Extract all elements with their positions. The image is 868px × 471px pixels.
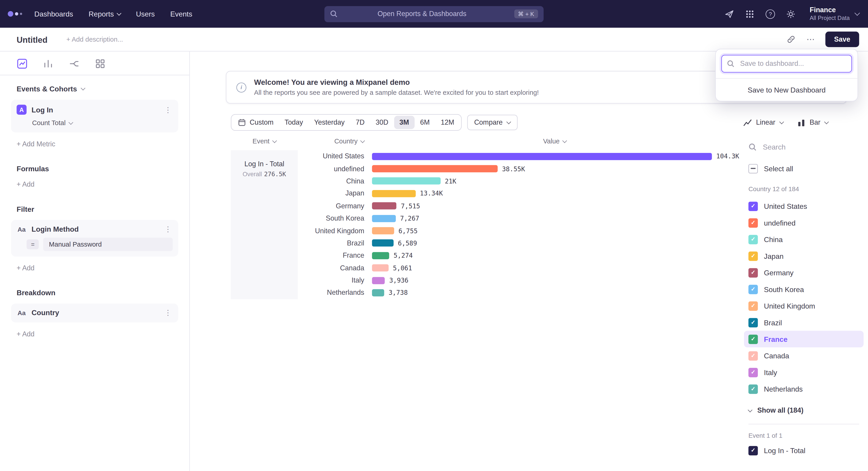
checkbox[interactable]: ✓ xyxy=(748,301,758,311)
add-filter-button[interactable]: + Add xyxy=(17,264,173,272)
metric-aggregation[interactable]: Count Total xyxy=(32,119,173,127)
range-3m-selected[interactable]: 3M xyxy=(394,116,414,129)
copy-link-icon[interactable] xyxy=(785,34,797,45)
filter-row-label: Italy xyxy=(764,368,777,377)
save-to-new-dashboard-option[interactable]: Save to New Dashboard xyxy=(716,78,858,101)
filter-kebab-icon[interactable]: ⋮ xyxy=(163,225,173,233)
filter-row[interactable]: ✓ Netherlands xyxy=(744,381,864,397)
global-search[interactable]: Open Reports & Dashboards ⌘ + K xyxy=(324,6,544,22)
event-filter-row[interactable]: ✓ Log In - Total xyxy=(748,442,859,459)
bar[interactable] xyxy=(372,165,498,172)
bar[interactable] xyxy=(372,178,440,185)
checkbox[interactable]: ✓ xyxy=(748,318,758,327)
bar[interactable] xyxy=(372,227,394,234)
dashboard-search-field[interactable] xyxy=(721,55,852,72)
checkbox[interactable]: ✓ xyxy=(748,351,758,360)
bar[interactable] xyxy=(372,190,415,197)
line-chart-icon xyxy=(743,119,752,126)
filter-value[interactable]: Manual Password xyxy=(43,238,173,251)
bar[interactable] xyxy=(372,264,389,272)
column-header-event[interactable]: Event xyxy=(231,137,298,145)
filter-row[interactable]: ✓ Italy xyxy=(744,364,864,381)
help-icon[interactable]: ? xyxy=(765,9,775,19)
add-description[interactable]: + Add description... xyxy=(66,35,123,43)
breakdown-kebab-icon[interactable]: ⋮ xyxy=(163,308,173,317)
range-7d[interactable]: 7D xyxy=(350,116,370,129)
filter-row[interactable]: ✓ Canada xyxy=(744,348,864,364)
filter-row[interactable]: ✓ Brazil xyxy=(744,314,864,331)
more-options-icon[interactable]: ⋯ xyxy=(807,34,815,45)
bar[interactable] xyxy=(372,215,396,222)
checkbox[interactable]: ✓ xyxy=(748,218,758,228)
chevron-down-icon xyxy=(68,120,73,125)
select-all-checkbox[interactable] xyxy=(748,164,758,174)
save-button[interactable]: Save xyxy=(825,32,859,47)
filter-row[interactable]: ✓ Japan xyxy=(744,248,864,264)
segment-search[interactable] xyxy=(748,139,859,155)
report-title[interactable]: Untitled xyxy=(17,35,48,44)
bar-value: 7,515 xyxy=(401,202,420,210)
bar[interactable] xyxy=(372,240,394,247)
value-scale-dropdown[interactable]: Linear xyxy=(743,119,783,126)
checkbox[interactable]: ✓ xyxy=(748,201,758,211)
chart-type-dropdown[interactable]: Bar xyxy=(798,119,828,126)
event-checkbox[interactable]: ✓ xyxy=(748,446,758,455)
checkbox[interactable]: ✓ xyxy=(748,285,758,294)
send-feedback-icon[interactable] xyxy=(724,9,735,19)
nav-events[interactable]: Events xyxy=(170,10,192,18)
bar[interactable] xyxy=(372,289,384,296)
range-today[interactable]: Today xyxy=(279,116,309,129)
range-yesterday[interactable]: Yesterday xyxy=(309,116,350,129)
checkbox[interactable]: ✓ xyxy=(748,334,758,344)
tab-funnels[interactable] xyxy=(43,58,54,69)
nav-users[interactable]: Users xyxy=(136,10,155,18)
mixpanel-logo[interactable] xyxy=(8,11,22,17)
show-all-button[interactable]: Show all (184) xyxy=(748,403,859,418)
dashboard-search-input[interactable] xyxy=(739,59,846,68)
checkbox[interactable]: ✓ xyxy=(748,251,758,261)
metric-kebab-icon[interactable]: ⋮ xyxy=(163,106,173,114)
filter-row-label: United Kingdom xyxy=(764,301,815,310)
add-breakdown-button[interactable]: + Add xyxy=(17,330,173,338)
nav-reports[interactable]: Reports xyxy=(89,10,121,18)
apps-grid-icon[interactable] xyxy=(745,9,755,19)
checkbox[interactable]: ✓ xyxy=(748,235,758,244)
filter-row-label: Brazil xyxy=(764,318,782,327)
filter-property-name[interactable]: Login Method xyxy=(32,225,158,233)
filter-row[interactable]: ✓ China xyxy=(744,231,864,247)
filter-row[interactable]: ✓ United Kingdom xyxy=(744,297,864,314)
column-header-country[interactable]: Country xyxy=(298,137,372,145)
bar[interactable] xyxy=(372,202,397,209)
checkbox[interactable]: ✓ xyxy=(748,367,758,377)
bar[interactable] xyxy=(372,153,712,160)
range-6m[interactable]: 6M xyxy=(414,116,435,129)
filter-operator[interactable]: = xyxy=(27,239,39,249)
tab-insights[interactable] xyxy=(17,58,28,69)
nav-dashboards[interactable]: Dashboards xyxy=(34,10,73,18)
add-formula-button[interactable]: + Add xyxy=(17,180,173,188)
metric-event-name[interactable]: Log In xyxy=(32,106,158,114)
tab-retention[interactable] xyxy=(95,58,106,69)
add-metric-button[interactable]: + Add Metric xyxy=(17,140,173,148)
filter-row[interactable]: ✓ United States xyxy=(744,198,864,214)
events-cohorts-heading[interactable]: Events & Cohorts xyxy=(17,85,173,93)
tab-flows[interactable] xyxy=(69,58,80,69)
checkbox[interactable]: ✓ xyxy=(748,384,758,394)
settings-gear-icon[interactable] xyxy=(786,9,796,19)
project-switcher[interactable]: Finance All Project Data xyxy=(810,6,859,22)
segment-search-input[interactable] xyxy=(762,142,831,152)
filter-row[interactable]: ✓ Germany xyxy=(744,264,864,281)
breakdown-property-name[interactable]: Country xyxy=(32,308,158,317)
filter-row[interactable]: ✓ South Korea xyxy=(744,281,864,297)
bar[interactable] xyxy=(372,277,385,284)
column-header-value[interactable]: Value xyxy=(372,137,737,145)
range-12m[interactable]: 12M xyxy=(435,116,460,129)
checkbox[interactable]: ✓ xyxy=(748,268,758,277)
select-all-row[interactable]: Select all xyxy=(748,164,859,174)
filter-row[interactable]: ✓ France xyxy=(744,331,864,347)
filter-row[interactable]: ✓ undefined xyxy=(744,214,864,231)
bar[interactable] xyxy=(372,252,389,259)
range-30d[interactable]: 30D xyxy=(370,116,394,129)
compare-button[interactable]: Compare xyxy=(467,115,518,130)
range-custom[interactable]: Custom xyxy=(232,116,279,129)
